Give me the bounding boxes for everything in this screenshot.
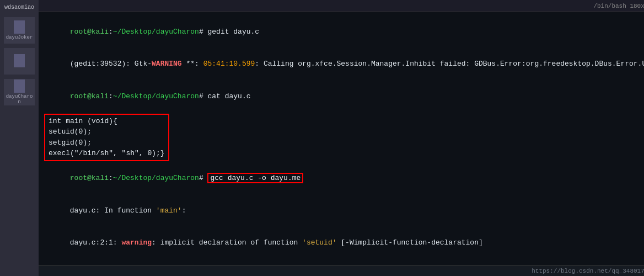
- gcc-command: gcc dayu.c -o dayu.me: [207, 173, 303, 183]
- title-bar: /bin/bash 180x31: [39, 0, 644, 12]
- file-icon-2: [14, 54, 25, 67]
- sidebar-item-label: dayuJoker: [5, 35, 34, 40]
- file-icon: [14, 20, 25, 34]
- terminal-line: root@kali:~/Desktop/dayuCharon# gedit da…: [44, 15, 644, 48]
- terminal-warning-line: (gedit:39532): Gtk-WARNING **: 05:41:10.…: [44, 48, 644, 81]
- terminal-line-2: root@kali:~/Desktop/dayuCharon# cat dayu…: [44, 80, 644, 113]
- sidebar-item-label-3: dayuCharon: [4, 94, 35, 105]
- sidebar: wdsaomiao dayuJoker dayuCharon: [0, 0, 39, 276]
- code-snippet-setuid: 2 | setuid(0);: [44, 259, 644, 265]
- sidebar-item-dayucharon[interactable]: dayuCharon: [4, 79, 35, 105]
- prompt-text: root@kali: [70, 28, 109, 36]
- main-area: /bin/bash 180x31 root@kali:~/Desktop/day…: [39, 0, 644, 276]
- status-url: https://blog.csdn.net/qq_34801745: [532, 268, 644, 274]
- code-line-1: int main (void){: [49, 116, 165, 127]
- code-line-4: execl("/bin/sh", "sh", 0);}: [49, 148, 165, 159]
- code-line-2: setuid(0);: [49, 126, 165, 137]
- function-main-line: dayu.c: In function 'main':: [44, 194, 644, 227]
- file-icon-3: [14, 79, 25, 93]
- title-bar-right: /bin/bash 180x31: [593, 3, 644, 9]
- code-line-3: setgid(0);: [49, 137, 165, 148]
- sidebar-item-dayujoker[interactable]: dayuJoker: [4, 17, 35, 44]
- status-bar: https://blog.csdn.net/qq_34801745: [39, 265, 644, 276]
- warning-setuid: dayu.c:2:1: warning: implicit declaratio…: [44, 227, 644, 259]
- sidebar-item-blank[interactable]: [4, 48, 35, 75]
- code-box: int main (void){ setuid(0); setgid(0); e…: [44, 114, 169, 161]
- terminal[interactable]: root@kali:~/Desktop/dayuCharon# gedit da…: [39, 12, 644, 265]
- terminal-gcc-line: root@kali:~/Desktop/dayuCharon# gcc dayu…: [44, 162, 644, 195]
- sidebar-title: wdsaomiao: [2, 4, 36, 10]
